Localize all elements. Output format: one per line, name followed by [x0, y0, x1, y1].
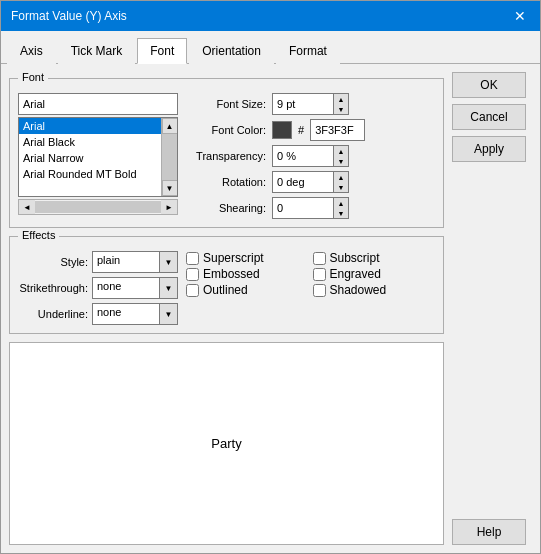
preview-text: Party: [211, 436, 241, 451]
transparency-row: Transparency: ▲ ▼: [186, 145, 435, 167]
font-size-input-container: ▲ ▼: [272, 93, 349, 115]
rotation-down-button[interactable]: ▼: [334, 182, 348, 192]
rotation-up-button[interactable]: ▲: [334, 172, 348, 182]
color-swatch[interactable]: [272, 121, 292, 139]
superscript-checkbox[interactable]: [186, 252, 199, 265]
h-scroll-track[interactable]: [35, 201, 161, 213]
font-size-down-button[interactable]: ▼: [334, 104, 348, 114]
style-select[interactable]: plain: [93, 252, 159, 272]
scroll-up-button[interactable]: ▲: [162, 118, 178, 134]
preview-box: Party: [9, 342, 444, 545]
cancel-button[interactable]: Cancel: [452, 104, 526, 130]
dialog-title: Format Value (Y) Axis: [11, 9, 127, 23]
main-panel: Font Arial Arial Black Arial Narrow Aria…: [9, 72, 444, 545]
shearing-input-container: ▲ ▼: [272, 197, 349, 219]
font-group-inner: Arial Arial Black Arial Narrow Arial Rou…: [18, 93, 435, 219]
subscript-checkbox[interactable]: [313, 252, 326, 265]
font-name-input[interactable]: [18, 93, 178, 115]
style-dropdown-arrow[interactable]: ▼: [159, 252, 177, 272]
font-list-item[interactable]: Arial Rounded MT Bold: [19, 166, 161, 182]
rotation-label: Rotation:: [186, 176, 266, 188]
title-bar: Format Value (Y) Axis ✕: [1, 1, 540, 31]
style-select-container: plain ▼: [92, 251, 178, 273]
scroll-down-button[interactable]: ▼: [162, 180, 178, 196]
font-size-up-button[interactable]: ▲: [334, 94, 348, 104]
shearing-label: Shearing:: [186, 202, 266, 214]
font-group: Font Arial Arial Black Arial Narrow Aria…: [9, 78, 444, 228]
shadowed-checkbox-item: Shadowed: [313, 283, 436, 297]
tab-font[interactable]: Font: [137, 38, 187, 64]
font-group-label: Font: [18, 71, 48, 83]
underline-select-container: none ▼: [92, 303, 178, 325]
font-list-container: Arial Arial Black Arial Narrow Arial Rou…: [18, 93, 178, 219]
effects-right: Superscript Subscript Embossed Engr: [186, 251, 435, 325]
transparency-input-container: ▲ ▼: [272, 145, 349, 167]
scroll-thumb-area[interactable]: [162, 134, 177, 180]
shadowed-label: Shadowed: [330, 283, 387, 297]
outlined-label: Outlined: [203, 283, 248, 297]
style-label: Style:: [18, 256, 88, 268]
underline-row: Underline: none ▼: [18, 303, 178, 325]
shearing-down-button[interactable]: ▼: [334, 208, 348, 218]
font-size-spinners: ▲ ▼: [333, 94, 348, 114]
effects-inner: Style: plain ▼ Strikethrough: none ▼: [18, 251, 435, 325]
strikethrough-select-container: none ▼: [92, 277, 178, 299]
shearing-spinners: ▲ ▼: [333, 198, 348, 218]
font-list-item[interactable]: Arial: [19, 118, 161, 134]
rotation-input[interactable]: [273, 172, 333, 192]
font-size-label: Font Size:: [186, 98, 266, 110]
rotation-row: Rotation: ▲ ▼: [186, 171, 435, 193]
transparency-down-button[interactable]: ▼: [334, 156, 348, 166]
underline-select[interactable]: none: [93, 304, 159, 324]
rotation-input-container: ▲ ▼: [272, 171, 349, 193]
embossed-checkbox[interactable]: [186, 268, 199, 281]
shearing-input[interactable]: [273, 198, 333, 218]
shearing-row: Shearing: ▲ ▼: [186, 197, 435, 219]
tab-tick-mark[interactable]: Tick Mark: [58, 38, 136, 64]
shearing-up-button[interactable]: ▲: [334, 198, 348, 208]
rotation-spinners: ▲ ▼: [333, 172, 348, 192]
outlined-checkbox[interactable]: [186, 284, 199, 297]
tab-bar: Axis Tick Mark Font Orientation Format: [1, 31, 540, 64]
apply-button[interactable]: Apply: [452, 136, 526, 162]
content-area: Font Arial Arial Black Arial Narrow Aria…: [1, 64, 540, 553]
color-hex-input[interactable]: [310, 119, 365, 141]
close-button[interactable]: ✕: [510, 9, 530, 23]
transparency-spinners: ▲ ▼: [333, 146, 348, 166]
strikethrough-dropdown-arrow[interactable]: ▼: [159, 278, 177, 298]
superscript-label: Superscript: [203, 251, 264, 265]
strikethrough-label: Strikethrough:: [18, 282, 88, 294]
h-scroll-left-button[interactable]: ◄: [19, 200, 35, 214]
subscript-checkbox-item: Subscript: [313, 251, 436, 265]
engraved-checkbox[interactable]: [313, 268, 326, 281]
font-list-item[interactable]: Arial Narrow: [19, 150, 161, 166]
tab-orientation[interactable]: Orientation: [189, 38, 274, 64]
font-list-wrapper: Arial Arial Black Arial Narrow Arial Rou…: [18, 117, 178, 197]
strikethrough-row: Strikethrough: none ▼: [18, 277, 178, 299]
h-scroll-right-button[interactable]: ►: [161, 200, 177, 214]
effects-left: Style: plain ▼ Strikethrough: none ▼: [18, 251, 178, 325]
transparency-up-button[interactable]: ▲: [334, 146, 348, 156]
shadowed-checkbox[interactable]: [313, 284, 326, 297]
superscript-checkbox-item: Superscript: [186, 251, 309, 265]
font-list-scrollbar: ▲ ▼: [161, 118, 177, 196]
tab-format[interactable]: Format: [276, 38, 340, 64]
font-color-label: Font Color:: [186, 124, 266, 136]
font-list-item[interactable]: Arial Black: [19, 134, 161, 150]
font-properties: Font Size: ▲ ▼ Font Color:: [186, 93, 435, 219]
strikethrough-select[interactable]: none: [93, 278, 159, 298]
h-scroll-container: ◄ ►: [18, 199, 178, 215]
subscript-label: Subscript: [330, 251, 380, 265]
underline-dropdown-arrow[interactable]: ▼: [159, 304, 177, 324]
hash-symbol: #: [298, 124, 304, 136]
ok-button[interactable]: OK: [452, 72, 526, 98]
engraved-checkbox-item: Engraved: [313, 267, 436, 281]
help-button[interactable]: Help: [452, 519, 526, 545]
style-row: Style: plain ▼: [18, 251, 178, 273]
tab-axis[interactable]: Axis: [7, 38, 56, 64]
transparency-input[interactable]: [273, 146, 333, 166]
dialog: Format Value (Y) Axis ✕ Axis Tick Mark F…: [0, 0, 541, 554]
outlined-checkbox-item: Outlined: [186, 283, 309, 297]
embossed-checkbox-item: Embossed: [186, 267, 309, 281]
font-size-input[interactable]: [273, 94, 333, 114]
